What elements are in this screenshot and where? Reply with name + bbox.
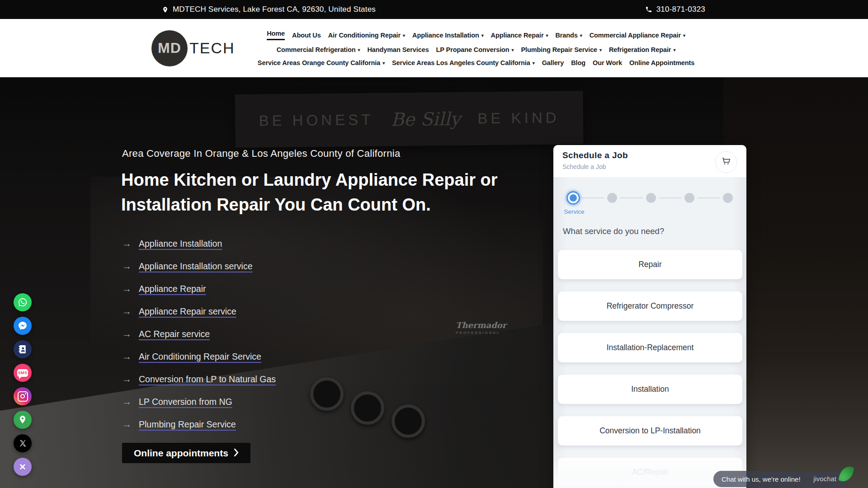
hero-link-appliance-installation-service[interactable]: Appliance Installation service xyxy=(139,261,252,272)
nav-row-1: HomeAbout UsAir Conditioning Repair▾Appl… xyxy=(267,30,685,40)
progress-stepper xyxy=(553,192,746,203)
step-connector xyxy=(698,197,720,198)
nav-row-2: Commercial Refrigeration▾Handyman Servic… xyxy=(277,46,676,53)
chevron-down-icon: ▾ xyxy=(599,47,602,52)
phone-number-text[interactable]: 310-871-0323 xyxy=(656,5,705,14)
x-icon[interactable] xyxy=(14,434,32,452)
hero-link-row: →LP Conversion from NG xyxy=(122,390,276,413)
hero-link-row: →Appliance Repair service xyxy=(122,300,276,323)
sms-label: SMS xyxy=(18,371,27,375)
sms-icon[interactable]: SMS xyxy=(14,364,32,382)
social-media-stack: SMS xyxy=(14,293,32,476)
arrow-right-icon: → xyxy=(122,238,132,249)
hero-section: BE HONEST Be Silly BE KIND Thermador PRO… xyxy=(0,77,868,488)
nav-item-home[interactable]: Home xyxy=(267,30,285,40)
close-button[interactable] xyxy=(14,458,32,476)
hero-link-ac-repair-service[interactable]: AC Repair service xyxy=(139,329,210,339)
nav-item-air-conditioning-repair[interactable]: Air Conditioning Repair▾ xyxy=(328,32,405,39)
hero-link-appliance-repair-service[interactable]: Appliance Repair service xyxy=(139,306,236,317)
nav-item-commercial-refrigeration[interactable]: Commercial Refrigeration▾ xyxy=(277,46,360,53)
schedule-job-card: Schedule a Job Schedule a Job Service Wh… xyxy=(553,145,746,488)
maps-icon[interactable] xyxy=(14,411,32,429)
nav-item-brands[interactable]: Brands▾ xyxy=(555,32,582,39)
chat-message: Chat with us, we're online! xyxy=(722,475,801,483)
hero-link-row: →Conversion from LP to Natural Gas xyxy=(122,368,276,390)
service-option-installation[interactable]: Installation xyxy=(558,375,742,404)
cart-button[interactable] xyxy=(715,151,737,173)
service-option-installation-replacement[interactable]: Installation-Replacement xyxy=(558,333,742,362)
nav-item-gallery[interactable]: Gallery xyxy=(542,59,564,66)
service-option-conversion-to-lp-installation[interactable]: Conversion to LP-Installation xyxy=(558,416,742,446)
nav-item-appliance-installation[interactable]: Appliance Installation▾ xyxy=(412,32,484,39)
chevron-down-icon: ▾ xyxy=(546,33,548,38)
chevron-down-icon: ▾ xyxy=(382,61,385,66)
hero-link-appliance-installation[interactable]: Appliance Installation xyxy=(139,239,222,249)
chevron-down-icon: ▾ xyxy=(358,47,360,52)
whatsapp-icon[interactable] xyxy=(14,293,32,311)
nav-item-handyman-services[interactable]: Handyman Services xyxy=(367,46,429,53)
chevron-down-icon: ▾ xyxy=(403,33,405,38)
service-options: RepairRefrigerator CompressorInstallatio… xyxy=(558,250,742,488)
service-option-repair[interactable]: Repair xyxy=(558,250,742,279)
step-dot-4 xyxy=(684,193,694,203)
hero-link-row: →AC Repair service xyxy=(122,323,276,345)
arrow-right-icon: → xyxy=(122,261,132,272)
hero-link-conversion-from-lp-to-natural-gas[interactable]: Conversion from LP to Natural Gas xyxy=(139,374,276,385)
instagram-camera-icon xyxy=(18,391,28,402)
nav-item-commercial-appliance-repair[interactable]: Commercial Appliance Repair▾ xyxy=(590,32,685,39)
hero-link-appliance-repair[interactable]: Appliance Repair xyxy=(139,284,206,294)
nav-item-online-appointments[interactable]: Online Appointments xyxy=(629,59,694,66)
chevron-down-icon: ▾ xyxy=(673,47,675,52)
phone-number[interactable]: 310-871-0323 xyxy=(645,5,705,14)
nav-item-blog[interactable]: Blog xyxy=(571,59,585,66)
cart-icon xyxy=(721,156,731,169)
page: MDTECH Services, Lake Forest CA, 92630, … xyxy=(0,0,868,488)
arrow-right-icon: → xyxy=(122,283,132,294)
hero-link-air-conditioning-repair-service[interactable]: Air Conditioning Repair Service xyxy=(139,352,261,362)
online-appointments-button[interactable]: Online appointments xyxy=(122,443,250,463)
hero-service-links: →Appliance Installation→Appliance Instal… xyxy=(122,232,276,436)
step-dot-3 xyxy=(646,193,656,203)
nav-row-3: Service Areas Orange County California▾S… xyxy=(258,59,694,66)
chevron-down-icon: ▾ xyxy=(512,47,514,52)
chevron-right-icon xyxy=(234,448,239,459)
hero-title: Home Kitchen or Laundry Appliance Repair… xyxy=(121,168,501,217)
active-step-label: Service xyxy=(553,208,595,215)
top-bar: MDTECH Services, Lake Forest CA, 92630, … xyxy=(0,0,868,19)
jivochat-widget[interactable]: Chat with us, we're online! jivochat xyxy=(713,471,850,487)
schedule-card-title: Schedule a Job xyxy=(562,150,628,160)
hero-link-row: →Air Conditioning Repair Service xyxy=(122,345,276,368)
step-connector xyxy=(659,197,681,198)
arrow-right-icon: → xyxy=(122,328,132,339)
arrow-right-icon: → xyxy=(122,306,132,317)
arrow-right-icon: → xyxy=(122,396,132,407)
contacts-icon[interactable] xyxy=(14,340,32,358)
schedule-card-subtitle: Schedule a Job xyxy=(562,163,606,170)
nav-item-lp-propane-conversion[interactable]: LP Propane Conversion▾ xyxy=(436,46,514,53)
schedule-card-header: Schedule a Job Schedule a Job xyxy=(553,145,746,177)
phone-icon xyxy=(645,6,652,13)
service-option-refrigerator-compressor[interactable]: Refrigerator Compressor xyxy=(558,291,742,321)
messenger-icon[interactable] xyxy=(14,317,32,335)
business-address-text: MDTECH Services, Lake Forest CA, 92630, … xyxy=(173,5,376,14)
nav-item-service-areas-los-angeles-county-california[interactable]: Service Areas Los Angeles County Califor… xyxy=(392,59,535,66)
hero-link-row: →Appliance Installation xyxy=(122,232,276,255)
chevron-down-icon: ▾ xyxy=(580,33,582,38)
nav-item-about-us[interactable]: About Us xyxy=(292,32,321,39)
location-pin-icon xyxy=(162,5,169,14)
business-address: MDTECH Services, Lake Forest CA, 92630, … xyxy=(162,5,376,14)
nav-item-plumbing-repair-service[interactable]: Plumbing Repair Service▾ xyxy=(521,46,602,53)
chevron-down-icon: ▾ xyxy=(683,33,685,38)
main-navigation: HomeAbout UsAir Conditioning Repair▾Appl… xyxy=(84,19,868,77)
nav-item-refrigeration-repair[interactable]: Refrigeration Repair▾ xyxy=(609,46,675,53)
hero-eyebrow: Area Coverage In Orange & Los Angeles Co… xyxy=(122,148,400,160)
nav-item-our-work[interactable]: Our Work xyxy=(593,59,622,66)
nav-item-service-areas-orange-county-california[interactable]: Service Areas Orange County California▾ xyxy=(258,59,385,66)
arrow-right-icon: → xyxy=(122,419,132,430)
instagram-icon[interactable] xyxy=(14,387,32,405)
step-connector xyxy=(620,197,642,198)
hero-link-row: →Appliance Repair xyxy=(122,277,276,300)
nav-item-appliance-repair[interactable]: Appliance Repair▾ xyxy=(491,32,548,39)
hero-link-lp-conversion-from-ng[interactable]: LP Conversion from NG xyxy=(139,397,232,407)
hero-link-plumbing-repair-service[interactable]: Plumbing Repair Service xyxy=(139,419,236,430)
